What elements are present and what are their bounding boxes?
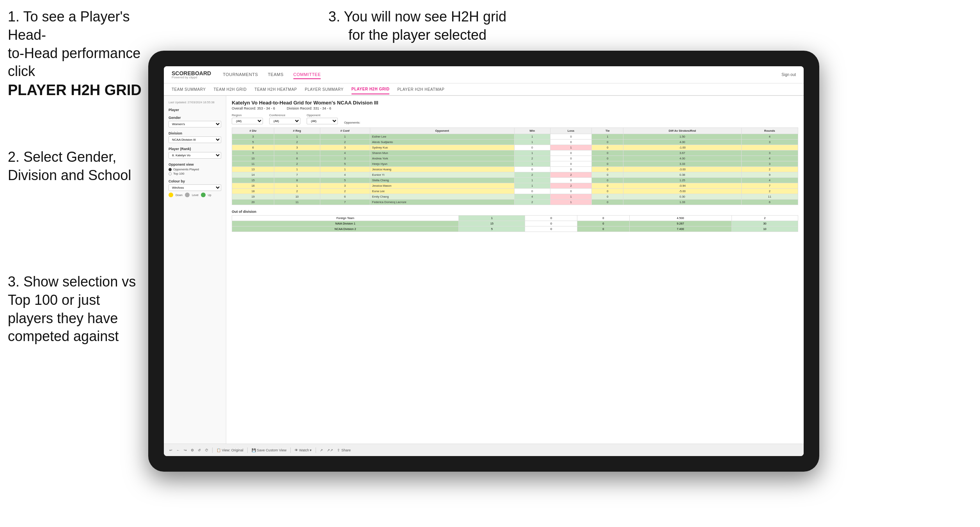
table-row: 16 1 3 Jessica Mason 1 2 0 -0.94 7 xyxy=(232,183,798,189)
sub-nav-team-h2h-heatmap[interactable]: TEAM H2H HEATMAP xyxy=(254,85,297,94)
player-rank-section: Player (Rank) 8. Katelyn Vo xyxy=(169,147,221,159)
table-row: 13 1 1 Jessica Huang 0 0 0 -3.00 2 xyxy=(232,167,798,172)
radio-top100[interactable]: Top 100 xyxy=(169,172,221,175)
th-conf: # Conf xyxy=(320,128,370,134)
grid-title: Katelyn Vo Head-to-Head Grid for Women's… xyxy=(232,100,798,106)
colour-by-select[interactable]: Win/loss xyxy=(169,184,221,191)
toolbar-view-original[interactable]: 📋 View: Original xyxy=(217,448,243,452)
division-section: Division NCAA Division III NCAA Division… xyxy=(169,131,221,143)
table-row: Foreign Team 1 0 0 4.500 2 xyxy=(232,216,798,221)
opponent-filter-select[interactable]: (All) xyxy=(307,118,338,124)
sidebar: Last Updated: 27/03/2024 16:55:38 Player… xyxy=(164,96,226,444)
toolbar-undo[interactable]: ↩ xyxy=(169,448,172,452)
toolbar-share-ext[interactable]: ↗↗ xyxy=(327,448,333,452)
toolbar-clock[interactable]: ⏱ xyxy=(205,448,208,452)
conference-filter-label: Conference xyxy=(269,113,300,117)
colour-label-up: Up xyxy=(208,194,211,196)
filters-row: Region (All) Conference (All) Opponent xyxy=(232,113,798,124)
opponent-radio-group: Opponents Played Top 100 xyxy=(169,168,221,175)
radio-label-played: Opponents Played xyxy=(173,168,199,171)
colour-dot-down xyxy=(169,193,173,197)
th-opponent: Opponent xyxy=(370,128,514,134)
data-area: Katelyn Vo Head-to-Head Grid for Women's… xyxy=(226,96,804,444)
toolbar-share[interactable]: ⇧ Share xyxy=(337,448,351,452)
th-div: # Div xyxy=(232,128,274,134)
h2h-table: # Div # Reg # Conf Opponent Win Loss Tie… xyxy=(232,127,798,205)
table-row: 11 2 5 Heejo Hyun 1 0 0 3.33 3 xyxy=(232,161,798,167)
step1-line1: 1. To see a Player's Head- xyxy=(8,9,130,43)
nav-teams[interactable]: TEAMS xyxy=(268,71,283,79)
th-win: Win xyxy=(514,128,550,134)
radio-dot-played xyxy=(169,168,172,171)
step3-bottom-text: 3. Show selection vs Top 100 or just pla… xyxy=(8,274,136,344)
colour-by-label: Colour by xyxy=(169,179,221,183)
opponent-view-label: Opponent view xyxy=(169,163,221,166)
sub-nav-player-summary[interactable]: PLAYER SUMMARY xyxy=(305,85,343,94)
toolbar-save-custom[interactable]: 💾 Save Custom View xyxy=(252,448,286,452)
tablet-device: SCOREBOARD Powered by clippd TOURNAMENTS… xyxy=(148,51,819,472)
ood-table: Foreign Team 1 0 0 4.500 2 NAIA Division… xyxy=(232,215,798,232)
table-row: 9 1 4 Sharon Mun 1 0 0 3.67 3 xyxy=(232,150,798,156)
colour-section: Colour by Win/loss Down Level Up xyxy=(169,179,221,197)
radio-dot-top100 xyxy=(169,172,172,175)
colour-label-down: Down xyxy=(176,194,183,196)
toolbar-sep-1 xyxy=(212,447,213,453)
record-row: Overall Record: 353 - 34 - 6 Division Re… xyxy=(232,106,798,110)
opponent-filter: Opponent (All) xyxy=(307,113,338,124)
nav-tournaments[interactable]: TOURNAMENTS xyxy=(223,71,258,79)
table-row: 5 2 2 Alexis Sudjianto 1 0 0 4.00 3 xyxy=(232,140,798,145)
table-row: 6 3 3 Sydney Kuo 0 1 0 -1.00 xyxy=(232,145,798,150)
toolbar-redo[interactable]: ↪ xyxy=(184,448,187,452)
nav-committee[interactable]: COMMITTEE xyxy=(293,71,321,79)
conference-filter-select[interactable]: (All) xyxy=(269,118,300,124)
navbar: SCOREBOARD Powered by clippd TOURNAMENTS… xyxy=(164,66,804,83)
instruction-3-top: 3. You will now see H2H grid for the pla… xyxy=(320,8,515,44)
colour-label-level: Level xyxy=(192,194,199,196)
toolbar-export[interactable]: ↗ xyxy=(320,448,323,452)
table-row: 15 8 5 Stella Cheng 1 0 0 1.25 4 xyxy=(232,178,798,183)
table-row: 3 1 1 Esther Lee 1 0 1 1.50 4 xyxy=(232,134,798,140)
th-rounds: Rounds xyxy=(741,128,798,134)
player-rank-select[interactable]: 8. Katelyn Vo xyxy=(169,152,221,159)
toolbar-refresh[interactable]: ↺ xyxy=(198,448,201,452)
radio-label-top100: Top 100 xyxy=(173,172,184,175)
th-diff: Diff Av Strokes/Rnd xyxy=(623,128,741,134)
toolbar-sep-3 xyxy=(290,447,291,453)
opponents-label: Opponents: xyxy=(344,121,360,124)
instruction-3-bottom: 3. Show selection vs Top 100 or just pla… xyxy=(8,273,148,346)
gender-label: Gender xyxy=(169,116,221,120)
region-filter-select[interactable]: (All) xyxy=(232,118,263,124)
radio-opponents-played[interactable]: Opponents Played xyxy=(169,168,221,171)
opponent-filter-label: Opponent xyxy=(307,113,338,117)
toolbar-back[interactable]: ← xyxy=(176,448,180,452)
gender-select[interactable]: Women's Men's xyxy=(169,121,221,127)
sub-nav-player-h2h-heatmap[interactable]: PLAYER H2H HEATMAP xyxy=(397,85,444,94)
table-row: 18 2 2 Euna Lee 0 0 0 -5.00 2 xyxy=(232,189,798,194)
sign-out-button[interactable]: Sign out xyxy=(781,73,796,77)
step1-line2: to-Head performance click xyxy=(8,45,140,80)
colour-dot-level xyxy=(185,193,190,197)
table-row: 10 6 3 Andrea York 2 0 0 4.00 4 xyxy=(232,156,798,161)
th-loss: Loss xyxy=(550,128,592,134)
th-tie: Tie xyxy=(592,128,623,134)
brand-subtitle: Powered by clippd xyxy=(172,76,211,79)
conference-filter: Conference (All) xyxy=(269,113,300,124)
toolbar-settings[interactable]: ⚙ xyxy=(191,448,194,452)
step1-bold: PLAYER H2H GRID xyxy=(8,82,142,98)
region-filter-label: Region xyxy=(232,113,263,117)
table-row: NCAA Division 2 5 0 0 7.400 10 xyxy=(232,226,798,232)
sub-nav-team-summary[interactable]: TEAM SUMMARY xyxy=(172,85,206,94)
player-label: Player xyxy=(169,108,221,112)
table-row: 19 10 6 Emily Chang 4 1 0 0.30 11 xyxy=(232,194,798,200)
toolbar-sep-2 xyxy=(247,447,248,453)
opponents-label-group: Opponents: xyxy=(344,121,360,124)
sidebar-timestamp: Last Updated: 27/03/2024 16:55:38 xyxy=(169,101,221,104)
toolbar-watch[interactable]: 👁 Watch ▾ xyxy=(295,448,312,452)
step3-top-text: 3. You will now see H2H grid for the pla… xyxy=(328,9,506,43)
instruction-2: 2. Select Gender, Division and School xyxy=(8,148,148,185)
out-of-division-label: Out of division xyxy=(232,210,798,214)
instruction-1: 1. To see a Player's Head- to-Head perfo… xyxy=(8,8,172,100)
sub-nav-team-h2h-grid[interactable]: TEAM H2H GRID xyxy=(214,85,247,94)
division-select[interactable]: NCAA Division III NCAA Division I NCAA D… xyxy=(169,136,221,143)
sub-nav-player-h2h-grid[interactable]: PLAYER H2H GRID xyxy=(352,85,390,94)
